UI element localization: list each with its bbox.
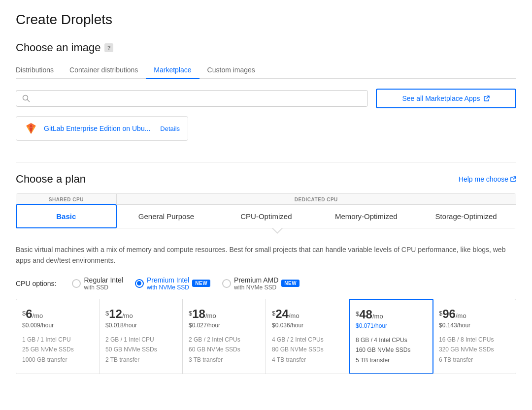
help-choose-link[interactable]: Help me choose [459,175,516,183]
page-title: Create Droplets [16,12,516,28]
price-48-amount: 48 [359,308,372,321]
plan-section: Choose a plan Help me choose SHARED CPU … [16,173,516,374]
price-48-spec-0: 8 GB / 4 Intel CPUs [356,335,427,345]
price-card-48[interactable]: $48/mo $0.071/hour 8 GB / 4 Intel CPUs 1… [349,299,433,374]
price-96-amount: 96 [442,307,456,320]
plan-memory-button[interactable]: Memory-Optimized [316,205,416,228]
price-96-spec-1: 320 GB NVMe SSDs [439,345,510,354]
cpu-option-regular[interactable]: Regular Intel with SSD [72,276,123,291]
cpu-premium-intel-name: Premium Intel [147,276,189,284]
cpu-option-premium-intel[interactable]: Premium Intel with NVMe SSD NEW [135,276,210,291]
plan-arrow-indicator [271,228,283,234]
app-details-link[interactable]: Details [160,125,180,132]
cpu-premium-amd-name: Premium AMD [234,276,278,284]
image-tabs: Distributions Container distributions Ma… [16,62,516,79]
cpu-premium-amd-sub: with NVMe SSD [234,284,278,291]
shared-cpu-label: SHARED CPU [16,194,116,205]
price-96-spec-2: 6 TB transfer [439,355,510,365]
svg-line-1 [28,100,30,102]
cpu-option-premium-amd[interactable]: Premium AMD with NVMe SSD NEW [222,276,299,291]
plan-storage-button[interactable]: Storage-Optimized [416,205,516,228]
price-48-hour: $0.071/hour [356,322,427,329]
price-96-hour: $0.143/hour [439,322,510,329]
dedicated-buttons: General Purpose CPU-Optimized Memory-Opt… [117,205,516,228]
tab-distributions[interactable]: Distributions [16,62,62,79]
search-input[interactable]: gitlab [34,95,362,102]
tab-marketplace[interactable]: Marketplace [146,62,199,79]
external-link-icon-plan [510,176,516,182]
app-name: GitLab Enterprise Edition on Ubu... [44,125,150,132]
image-section-header: Choose an image ? [16,41,516,54]
price-6-hour: $0.009/hour [22,322,93,329]
section-divider [16,162,516,163]
radio-regular[interactable] [72,279,81,288]
price-12-hour: $0.018/hour [105,322,176,329]
price-6-spec-0: 1 GB / 1 Intel CPU [22,335,93,345]
cpu-regular-name: Regular Intel [84,276,123,284]
cpu-options-label: CPU options: [16,280,56,287]
plan-heading: Choose a plan [16,173,86,186]
premium-amd-new-badge: NEW [281,280,299,287]
price-18-hour: $0.027/hour [189,322,260,329]
app-result-item[interactable]: GitLab Enterprise Edition on Ubu... Deta… [16,116,188,141]
plan-cpu-opt-button[interactable]: CPU-Optimized [216,205,316,228]
price-12-spec-0: 2 GB / 1 Intel CPU [105,335,176,345]
price-12-spec-2: 2 TB transfer [105,355,176,365]
price-24-hour: $0.036/hour [272,322,343,329]
radio-premium-intel[interactable] [135,279,144,288]
price-cards-row: $6/mo $0.009/hour 1 GB / 1 Intel CPU 25 … [16,299,516,374]
price-12-amount: 12 [109,307,122,320]
dedicated-cpu-label: DEDICATED CPU [117,194,516,205]
shared-cpu-section: SHARED CPU Basic [16,194,116,228]
price-18-spec-1: 60 GB NVMe SSDs [189,345,260,354]
price-12-spec-1: 50 GB NVMe SSDs [105,345,176,354]
price-24-amount: 24 [275,307,289,320]
cpu-regular-sub: with SSD [84,284,123,291]
cpu-premium-intel-sub: with NVMe SSD [147,284,189,291]
shared-buttons: Basic [16,205,116,228]
price-48-spec-2: 5 TB transfer [356,355,427,365]
image-heading: Choose an image [16,41,100,54]
price-96-spec-0: 16 GB / 8 Intel CPUs [439,335,510,345]
price-24-spec-1: 80 GB NVMe SSDs [272,345,343,354]
plan-type-tabs: SHARED CPU Basic DEDICATED CPU General P… [16,193,516,228]
cpu-options-row: CPU options: Regular Intel with SSD Prem… [16,276,516,291]
price-6-spec-1: 25 GB NVMe SSDs [22,345,93,354]
search-container: gitlab [16,90,368,107]
tab-custom[interactable]: Custom images [200,62,263,79]
app-logo [24,122,38,135]
plan-basic-button[interactable]: Basic [16,204,117,228]
price-card-96[interactable]: $96/mo $0.143/hour 16 GB / 8 Intel CPUs … [433,299,516,374]
plan-description: Basic virtual machines with a mix of mem… [16,244,516,266]
radio-premium-amd[interactable] [222,279,231,288]
price-6-spec-2: 1000 GB transfer [22,355,93,365]
search-row: gitlab See all Marketplace Apps [16,89,516,108]
help-icon[interactable]: ? [104,43,113,52]
search-icon [22,95,30,102]
external-link-icon [484,95,490,101]
radio-premium-intel-dot [137,281,141,285]
price-18-spec-0: 2 GB / 2 Intel CPUs [189,335,260,345]
plan-general-button[interactable]: General Purpose [117,205,216,228]
price-card-18[interactable]: $18/mo $0.027/hour 2 GB / 2 Intel CPUs 6… [183,299,266,374]
price-18-amount: 18 [192,307,205,320]
price-18-spec-2: 3 TB transfer [189,355,260,365]
price-card-24[interactable]: $24/mo $0.036/hour 4 GB / 2 Intel CPUs 8… [266,299,349,374]
see-all-marketplace-button[interactable]: See all Marketplace Apps [376,89,516,108]
price-48-spec-1: 160 GB NVMe SSDs [356,345,427,355]
price-6-amount: 6 [26,307,32,320]
price-card-6[interactable]: $6/mo $0.009/hour 1 GB / 1 Intel CPU 25 … [16,299,100,374]
dedicated-cpu-section: DEDICATED CPU General Purpose CPU-Optimi… [116,194,516,228]
tab-container[interactable]: Container distributions [62,62,146,79]
price-card-12[interactable]: $12/mo $0.018/hour 2 GB / 1 Intel CPU 50… [100,299,183,374]
plan-header: Choose a plan Help me choose [16,173,516,186]
price-24-spec-0: 4 GB / 2 Intel CPUs [272,335,343,345]
premium-intel-new-badge: NEW [192,280,210,287]
price-24-spec-2: 4 TB transfer [272,355,343,365]
